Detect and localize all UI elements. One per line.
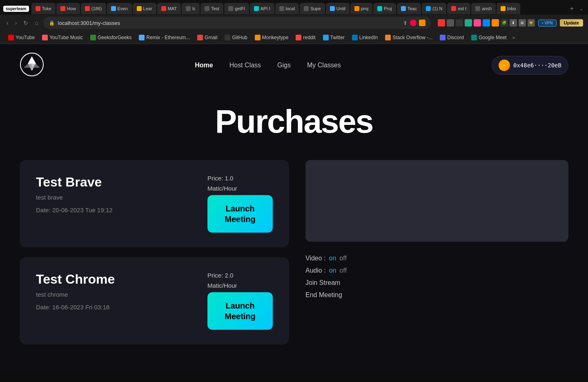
price-line2: Matic/Hour xyxy=(207,185,237,192)
address-bar-row: ‹ › ↻ ⌂ 🔒 localhost:3001/my-classes ⬆ 🧩 … xyxy=(0,15,588,31)
browser-tab[interactable]: lc xyxy=(182,3,200,14)
browser-tab[interactable]: Even xyxy=(107,3,132,14)
browser-tab[interactable]: ansh xyxy=(471,3,496,14)
price-line1: Price: 2.0 xyxy=(207,272,233,279)
class-info: Test Chrome test chrome Date: 16-06-2023… xyxy=(36,272,191,311)
bookmarks-more[interactable]: » xyxy=(512,35,515,40)
bookmark-item[interactable]: Remix - Ethereum... xyxy=(136,34,193,41)
bookmark-item[interactable]: LinkedIn xyxy=(349,34,381,41)
browser-tab[interactable]: Proj xyxy=(373,3,396,14)
reload-button[interactable]: ↻ xyxy=(22,19,30,27)
class-desc: test brave xyxy=(36,194,191,201)
nav-link-my-classes[interactable]: My Classes xyxy=(307,62,341,69)
browser-tab[interactable]: proj xyxy=(350,3,372,14)
right-panel: Video : on off Audio : on off Join Strea… xyxy=(305,160,568,344)
audio-control-row: Audio : on off xyxy=(305,267,568,274)
bookmark-item[interactable]: Twitter xyxy=(320,34,348,41)
browser-tab[interactable]: Inbo xyxy=(497,3,520,14)
browser-extensions: 🧩 ⬇ ⊞ 🦁 xyxy=(438,19,535,27)
bookmark-item[interactable]: GitHub xyxy=(221,34,250,41)
browser-tab[interactable]: Until xyxy=(326,3,350,14)
video-control-row: Video : on off xyxy=(305,255,568,262)
lock-icon: 🔒 xyxy=(49,20,55,26)
ext-icon-2[interactable] xyxy=(447,19,454,27)
wallet-button[interactable]: 0x48e6····20eB xyxy=(492,56,568,75)
tab-bar: superteam TokeHow(186)EvenLearMATlcTestg… xyxy=(0,0,588,15)
address-bar[interactable]: 🔒 localhost:3001/my-classes ⬆ xyxy=(43,17,431,29)
browser-tab[interactable]: local xyxy=(275,3,299,14)
wallet-avatar xyxy=(499,60,510,71)
main-content: Purchases Test Brave test brave Date: 20… xyxy=(0,87,588,361)
bookmarks-bar: YouTubeYouTube MusicGeeksforGeeksRemix -… xyxy=(0,31,588,44)
tab-expand-icon[interactable]: ⌄ xyxy=(578,6,585,11)
ext-icon-3[interactable] xyxy=(456,19,463,27)
launch-meeting-button[interactable]: Launch Meeting xyxy=(207,292,273,330)
browser-tab[interactable]: Toke xyxy=(31,3,56,14)
audio-off-button[interactable]: off xyxy=(340,267,347,274)
ext-icon-6[interactable] xyxy=(483,19,490,27)
bookmark-item[interactable]: YouTube Music xyxy=(39,34,86,41)
join-stream-row[interactable]: Join Stream xyxy=(305,279,568,286)
launch-meeting-button[interactable]: Launch Meeting xyxy=(207,195,273,233)
ext-icon-4[interactable] xyxy=(465,19,472,27)
ext-icon-1[interactable] xyxy=(438,19,445,27)
browser-tab[interactable]: (186) xyxy=(81,3,106,14)
logo[interactable] xyxy=(20,52,44,78)
bookmark-item[interactable]: Discord xyxy=(437,34,467,41)
content-layout: Test Brave test brave Date: 20-06-2023 T… xyxy=(20,160,568,344)
browser-tab[interactable]: est t xyxy=(447,3,470,14)
nav-link-gigs[interactable]: Gigs xyxy=(277,62,291,69)
nav-links: HomeHost ClassGigsMy Classes xyxy=(195,62,341,69)
join-stream-button[interactable]: Join Stream xyxy=(305,279,340,286)
vpn-button[interactable]: • VPN xyxy=(538,20,557,27)
class-card: Test Brave test brave Date: 20-06-2023 T… xyxy=(20,160,289,247)
sidebar-icon[interactable]: ⊞ xyxy=(519,19,526,27)
download-icon[interactable]: ⬇ xyxy=(510,19,517,27)
class-card: Test Chrome test chrome Date: 16-06-2023… xyxy=(20,257,289,344)
back-button[interactable]: ‹ xyxy=(5,19,10,27)
browser-tab[interactable]: getFl xyxy=(224,3,249,14)
end-meeting-button[interactable]: End Meeting xyxy=(305,291,342,299)
class-action: Price: 1.0 Matic/Hour Launch Meeting xyxy=(207,175,273,233)
update-button[interactable]: Update xyxy=(560,19,583,27)
class-name: Test Chrome xyxy=(36,272,191,287)
brave-rewards-icon[interactable] xyxy=(419,20,425,26)
navbar: HomeHost ClassGigsMy Classes 0x48e6····2… xyxy=(0,44,588,87)
bookmark-item[interactable]: Gmail xyxy=(194,34,220,41)
home-button[interactable]: ⌂ xyxy=(33,19,40,27)
ext-icon-5[interactable] xyxy=(474,19,481,27)
browser-tab[interactable]: API I xyxy=(250,3,274,14)
new-tab-button[interactable]: + xyxy=(567,4,577,13)
bookmark-item[interactable]: Monkeytype xyxy=(252,34,292,41)
app: HomeHost ClassGigsMy Classes 0x48e6····2… xyxy=(0,44,588,371)
url-text: localhost:3001/my-classes xyxy=(58,20,400,26)
leo-icon[interactable]: 🦁 xyxy=(528,19,535,27)
price-line1: Price: 1.0 xyxy=(207,175,233,182)
browser-tab[interactable]: Test xyxy=(200,3,223,14)
brave-shield-icon[interactable] xyxy=(410,20,416,26)
video-off-button[interactable]: off xyxy=(339,255,347,262)
browser-tab[interactable]: Teac xyxy=(397,3,421,14)
browser-tab[interactable]: (1) N xyxy=(422,3,446,14)
page-title: Purchases xyxy=(20,103,568,140)
share-icon[interactable]: ⬆ xyxy=(403,20,408,26)
browser-tab[interactable]: Supe xyxy=(300,3,325,14)
audio-on-button[interactable]: on xyxy=(329,267,336,274)
puzzle-icon[interactable]: 🧩 xyxy=(501,19,508,27)
end-meeting-row[interactable]: End Meeting xyxy=(305,291,568,299)
bookmark-item[interactable]: Stack Overflow -... xyxy=(382,34,436,41)
class-info: Test Brave test brave Date: 20-06-2023 T… xyxy=(36,175,191,213)
browser-tab[interactable]: How xyxy=(56,3,80,14)
ext-icon-7[interactable] xyxy=(492,19,499,27)
video-on-button[interactable]: on xyxy=(329,255,336,262)
nav-link-home[interactable]: Home xyxy=(195,62,213,69)
bookmark-item[interactable]: GeeksforGeeks xyxy=(87,34,135,41)
forward-button[interactable]: › xyxy=(13,19,19,27)
browser-tab[interactable]: MAT xyxy=(157,3,181,14)
price-line2: Matic/Hour xyxy=(207,282,237,289)
bookmark-item[interactable]: reddit xyxy=(292,34,318,41)
nav-link-host-class[interactable]: Host Class xyxy=(229,62,261,69)
bookmark-item[interactable]: Google Meet xyxy=(468,34,510,41)
browser-tab[interactable]: Lear xyxy=(133,3,156,14)
bookmark-item[interactable]: YouTube xyxy=(5,34,38,41)
